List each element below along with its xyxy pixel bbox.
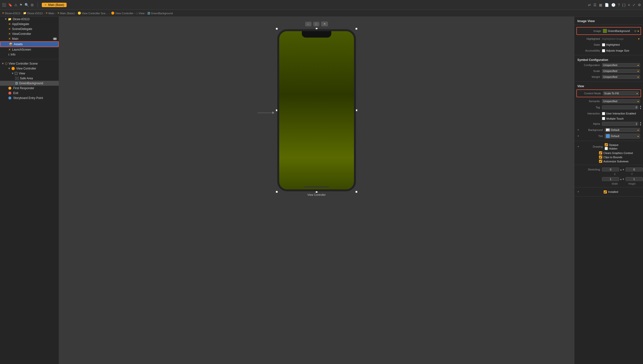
autoresize-checkbox[interactable] [599, 160, 602, 163]
stretch-y-group: ▲▼ [625, 168, 643, 172]
bc-greenbackground[interactable]: 🖼 GreenBackground [147, 12, 173, 15]
sidebar-toggle-icon[interactable]: ⬛ [2, 3, 6, 7]
warning-icon[interactable]: ⚠ [14, 3, 18, 7]
swift-icon-3: ✕ [8, 32, 11, 36]
background-plus[interactable]: + [577, 128, 579, 132]
search-icon[interactable]: 🔍 [25, 3, 29, 7]
tree-item-firstresponder[interactable]: First Responder [0, 86, 59, 91]
stretch-h-input[interactable] [625, 177, 643, 181]
multiple-touch-checkbox[interactable] [602, 117, 605, 120]
user-interaction-checkbox[interactable] [602, 112, 605, 115]
right-inspector: Image View Image GreenBackground ⊙ ● Hig… [574, 17, 643, 364]
inspector-icon[interactable]: ⚙ [638, 3, 641, 7]
clears-graphics-checkbox[interactable] [599, 151, 602, 154]
nav-item-dicee[interactable]: ▶ 📁 Dicee-iOS13 [0, 17, 59, 22]
image-row-bordered: Image GreenBackground ⊙ ● [576, 27, 641, 35]
canvas-area[interactable]: ○ □ ✕ [59, 17, 574, 364]
autoresize-row: Autoresize Subviews [574, 159, 643, 163]
background-dropdown[interactable]: Default ● [605, 128, 640, 132]
canvas-square-btn[interactable]: □ [313, 22, 319, 26]
green-color-swatch[interactable] [603, 29, 607, 33]
canvas-circle-btn[interactable]: ○ [305, 22, 311, 26]
history-icon[interactable]: 🕐 [611, 3, 615, 7]
bc-main[interactable]: ✕ Main [46, 12, 54, 15]
weight-row: Weight Unspecified ● [574, 74, 643, 80]
content-mode-row: Content Mode Scale To Fill ● [578, 90, 639, 96]
configuration-label: Configuration [577, 64, 602, 66]
file-icon[interactable]: 📄 [605, 3, 609, 7]
content-mode-dropdown[interactable]: Scale To Fill ● [603, 91, 639, 95]
installed-inner: + Installed [577, 190, 640, 194]
stretch-y-input[interactable] [625, 168, 643, 172]
link-icon[interactable]: ⇄ [588, 3, 591, 7]
hierarchy-icon[interactable]: ⊞ [31, 3, 34, 7]
tree-item-greenbackground[interactable]: 🖼 GreenBackground [0, 81, 59, 86]
installed-plus[interactable]: + [577, 190, 579, 194]
scale-dropdown[interactable]: Unspecified ● [602, 69, 640, 73]
opaque-checkbox[interactable] [605, 143, 608, 146]
image-dropdown-icon[interactable]: ● [637, 30, 639, 32]
tint-dropdown[interactable]: Default ● [605, 134, 640, 138]
bc-sep4: › [76, 12, 77, 15]
stretch-w-input[interactable] [602, 177, 619, 181]
nav-item-launchscreen[interactable]: ✕ LaunchScreen [0, 47, 59, 52]
phone-with-handles[interactable] [277, 29, 356, 191]
image-settings-icon[interactable]: ⊙ [634, 30, 636, 33]
scale-value-text: Unspecified [603, 70, 617, 72]
bc-scene[interactable]: 🟡 View Controller Sce… [78, 12, 108, 15]
flag-icon[interactable]: ⚑ [20, 3, 23, 7]
tint-plus[interactable]: + [577, 134, 579, 138]
main-tab[interactable]: ✕ Main (Base) [42, 3, 67, 7]
interaction-value: User Interaction Enabled [602, 112, 640, 115]
tree-item-scene[interactable]: ▶ ⬡ View Controller Scene [0, 61, 59, 66]
bc-view[interactable]: □ View [136, 12, 145, 15]
nav-item-main[interactable]: ✕ Main M [0, 36, 59, 41]
configuration-dropdown[interactable]: Unspecified ● [602, 63, 640, 67]
tag-stepper[interactable]: ▲▼ [639, 105, 642, 110]
nav-item-viewcontroller[interactable]: ✕ ViewController [0, 32, 59, 36]
tree-item-view[interactable]: ▶ □ View [0, 71, 59, 76]
hidden-checkbox[interactable] [605, 147, 608, 150]
tree-item-vc[interactable]: ▶ 🟠 View Controller [0, 66, 59, 71]
responder-icon [8, 87, 11, 90]
alpha-stepper[interactable]: ▲▼ [639, 121, 642, 126]
stretch-w-stepper[interactable]: ▲▼ [620, 178, 624, 180]
nav-item-assets[interactable]: 📦 Assets [0, 41, 59, 47]
interaction-label: Interaction [577, 112, 602, 115]
bookmark-icon[interactable]: 🔖 [8, 3, 12, 7]
bc-dicee2[interactable]: 📁 Dicee-iOS13 [23, 12, 43, 15]
accessibility-checkbox[interactable] [602, 49, 605, 52]
tree-item-safearea[interactable]: ⊡ Safe Area [0, 76, 59, 81]
background-text: Default [611, 128, 619, 132]
nav-item-info[interactable]: ℹ Info [0, 52, 59, 57]
semantic-dropdown[interactable]: Unspecified ● [602, 99, 640, 103]
weight-dropdown[interactable]: Unspecified ● [602, 75, 640, 79]
menu-icon[interactable]: ≡ [628, 3, 630, 7]
align-icon[interactable]: ⤢ [632, 3, 635, 7]
exit-icon [8, 92, 11, 94]
stretch-x-input[interactable] [602, 168, 619, 172]
tree-item-entrypoint[interactable]: Storyboard Entry Point [0, 96, 59, 100]
content-mode-bordered: Content Mode Scale To Fill ● [576, 90, 641, 97]
highlighted-dropdown[interactable]: ▼ [637, 38, 640, 40]
list-icon[interactable]: ☰ [593, 3, 596, 7]
drawing-plus[interactable]: + [577, 145, 579, 148]
nav-item-appdelegate[interactable]: ✕ AppDelegate [0, 22, 59, 26]
alpha-input[interactable] [602, 122, 638, 126]
highlighted-checkbox[interactable] [602, 43, 605, 46]
stretch-x-stepper[interactable]: ▲▼ [620, 168, 624, 171]
tag-input[interactable] [602, 105, 638, 109]
canvas-x-btn[interactable]: ✕ [321, 22, 328, 26]
tree-label-responder: First Responder [13, 86, 34, 90]
installed-checkbox[interactable] [604, 190, 607, 194]
code-icon[interactable]: { } [622, 3, 625, 7]
bc-mainbase[interactable]: ✕ Main (Base) [57, 12, 75, 15]
clips-bounds-checkbox[interactable] [599, 156, 602, 159]
help-icon[interactable]: ? [618, 3, 620, 7]
tree-item-exit[interactable]: Exit [0, 91, 59, 96]
tab-close-icon[interactable]: ✕ [44, 3, 47, 7]
bc-vc[interactable]: 🟠 View Controller [111, 12, 133, 15]
nav-item-scenedelegate[interactable]: ✕ SceneDelegate [0, 26, 59, 32]
layout-icon[interactable]: ▦ [599, 3, 602, 7]
bc-dicee1[interactable]: ✕ Dicee-iOS13 [2, 12, 20, 15]
